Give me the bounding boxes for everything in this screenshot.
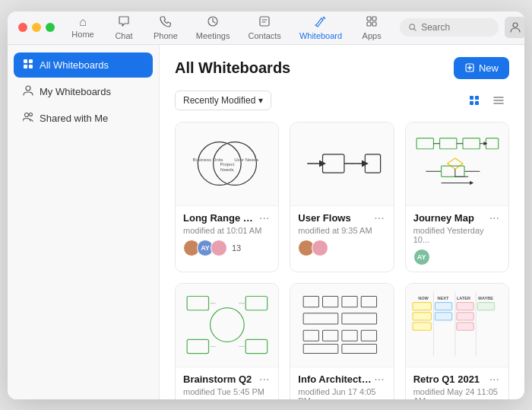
svg-point-7	[513, 23, 518, 27]
svg-rect-58	[413, 313, 431, 320]
whiteboard-card-2[interactable]: User Flows ··· modified at 9:35 AM	[290, 122, 394, 272]
svg-point-13	[25, 113, 29, 116]
nav-label-home: Home	[71, 30, 93, 39]
nav-item-apps[interactable]: Apps	[353, 12, 391, 43]
grid-icon	[23, 59, 33, 72]
svg-rect-65	[478, 303, 495, 310]
profile-menu-icon[interactable]	[505, 17, 524, 38]
nav-label-whiteboard: Whiteboard	[299, 31, 342, 40]
svg-text:LATER: LATER	[457, 296, 470, 300]
avatar-chip: AY	[413, 249, 430, 265]
svg-point-33	[210, 308, 244, 342]
nav-item-meetings[interactable]: Meetings	[188, 12, 238, 43]
whiteboard-thumb-6: NOW NEXT LATER MAYBE	[406, 284, 508, 367]
whiteboard-modified-5: modified Jun 17 4:05 PM	[298, 387, 385, 399]
whiteboard-name-2: User Flows	[298, 212, 350, 224]
whiteboard-card-4[interactable]: Brainstorm Q2 ··· modified Tue 5:45 PM 9…	[175, 283, 279, 399]
whiteboard-thumb-1: Business Units User Needs Project Needs	[176, 122, 278, 206]
svg-rect-37	[245, 339, 267, 353]
whiteboard-info-2: User Flows ··· modified at 9:35 AM	[290, 206, 393, 262]
svg-rect-18	[470, 101, 473, 105]
whiteboard-card-6[interactable]: NOW NEXT LATER MAYBE	[405, 283, 509, 399]
whiteboard-avatars-2	[298, 240, 385, 256]
nav-label-chat: Chat	[115, 31, 132, 40]
svg-rect-5	[372, 22, 376, 26]
filter-dropdown[interactable]: Recently Modified ▾	[175, 91, 271, 110]
sidebar-item-all-whiteboards[interactable]: All Whiteboards	[14, 52, 153, 78]
sidebar-label-all: All Whiteboards	[40, 59, 109, 71]
svg-rect-11	[29, 65, 33, 68]
whiteboard-card-5[interactable]: Info Architecture ··· modified Jun 17 4:…	[290, 283, 394, 399]
whiteboard-name-5: Info Architecture	[298, 373, 372, 385]
whiteboard-card-1[interactable]: Business Units User Needs Project Needs …	[175, 122, 279, 272]
svg-text:NOW: NOW	[419, 296, 429, 300]
more-options-3[interactable]: ···	[488, 212, 501, 224]
svg-rect-59	[413, 323, 431, 330]
svg-text:User Needs: User Needs	[234, 157, 258, 162]
whiteboard-thumb-3	[406, 122, 508, 206]
svg-rect-42	[303, 313, 338, 324]
chat-icon	[118, 15, 130, 30]
svg-rect-62	[457, 303, 473, 310]
search-box[interactable]	[400, 18, 499, 37]
sidebar-item-shared[interactable]: Shared with Me	[14, 106, 153, 131]
svg-rect-3	[372, 17, 376, 21]
more-options-2[interactable]: ···	[372, 212, 385, 224]
nav-item-whiteboard[interactable]: Whiteboard	[292, 12, 350, 43]
svg-rect-45	[323, 330, 338, 341]
svg-rect-2	[367, 17, 371, 21]
nav-item-home[interactable]: ⌂ Home	[64, 13, 102, 42]
search-input[interactable]	[421, 22, 489, 33]
maximize-button[interactable]	[46, 23, 55, 32]
sidebar: All Whiteboards My Whiteboards	[8, 45, 160, 399]
view-toggle	[464, 90, 509, 111]
whiteboard-name-4: Brainstorm Q2	[183, 373, 252, 385]
avatar-chip	[211, 240, 227, 256]
new-whiteboard-button[interactable]: New	[454, 57, 509, 79]
svg-rect-30	[463, 138, 480, 149]
more-options-5[interactable]: ···	[372, 373, 385, 386]
avatar-chip	[312, 240, 328, 256]
svg-rect-27	[365, 154, 380, 173]
svg-rect-39	[323, 296, 338, 307]
whiteboard-modified-1: modified at 10:01 AM	[183, 226, 271, 235]
plus-icon	[464, 62, 475, 73]
whiteboard-thumb-5	[290, 284, 393, 367]
nav-label-contacts: Contacts	[248, 31, 280, 40]
whiteboard-info-6: Retro Q1 2021 ··· modified May 24 11:05 …	[406, 367, 508, 399]
nav-item-contacts[interactable]: Contacts	[240, 12, 288, 43]
filter-label: Recently Modified	[183, 95, 255, 106]
sidebar-label-my: My Whiteboards	[40, 86, 111, 97]
sidebar-item-my-whiteboards[interactable]: My Whiteboards	[14, 79, 153, 104]
more-options-1[interactable]: ···	[258, 212, 271, 224]
svg-rect-57	[413, 303, 431, 310]
chevron-down-icon: ▾	[258, 95, 263, 106]
whiteboard-modified-3: modified Yesterday 10...	[413, 226, 501, 244]
title-bar: ⌂ Home Chat Phone	[8, 11, 524, 45]
nav-item-chat[interactable]: Chat	[105, 12, 143, 43]
close-button[interactable]	[18, 23, 27, 32]
whiteboard-card-3[interactable]: Journey Map ··· modified Yesterday 10...…	[405, 122, 509, 272]
svg-rect-61	[435, 313, 452, 320]
svg-rect-40	[342, 296, 357, 307]
svg-rect-4	[367, 22, 371, 26]
svg-rect-1	[260, 17, 269, 26]
svg-rect-49	[342, 344, 377, 353]
more-options-4[interactable]: ···	[258, 373, 271, 386]
svg-text:Project: Project	[220, 161, 234, 167]
more-options-6[interactable]: ···	[488, 373, 501, 386]
svg-rect-38	[303, 296, 318, 307]
grid-view-button[interactable]	[464, 90, 485, 111]
svg-rect-34	[187, 296, 208, 310]
list-view-button[interactable]	[488, 90, 509, 111]
minimize-button[interactable]	[32, 23, 41, 32]
page-title: All Whiteboards	[175, 59, 290, 77]
svg-rect-63	[457, 313, 473, 320]
whiteboard-avatars-1: AY 13	[183, 240, 271, 256]
main-content: All Whiteboards My Whiteboards	[8, 45, 524, 399]
nav-item-phone[interactable]: Phone	[146, 12, 185, 43]
svg-rect-36	[187, 339, 208, 353]
nav-label-apps: Apps	[363, 31, 382, 40]
search-icon	[409, 23, 416, 32]
home-icon: ⌂	[79, 16, 87, 28]
